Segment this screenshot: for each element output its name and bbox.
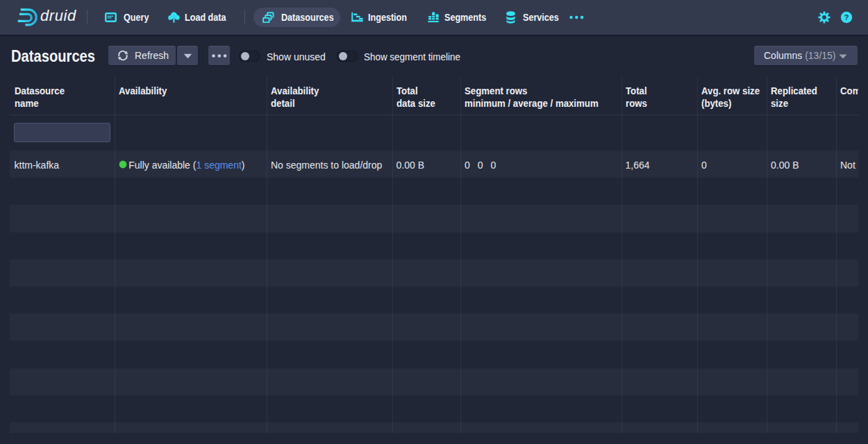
svg-text:?: ? [844, 13, 849, 22]
